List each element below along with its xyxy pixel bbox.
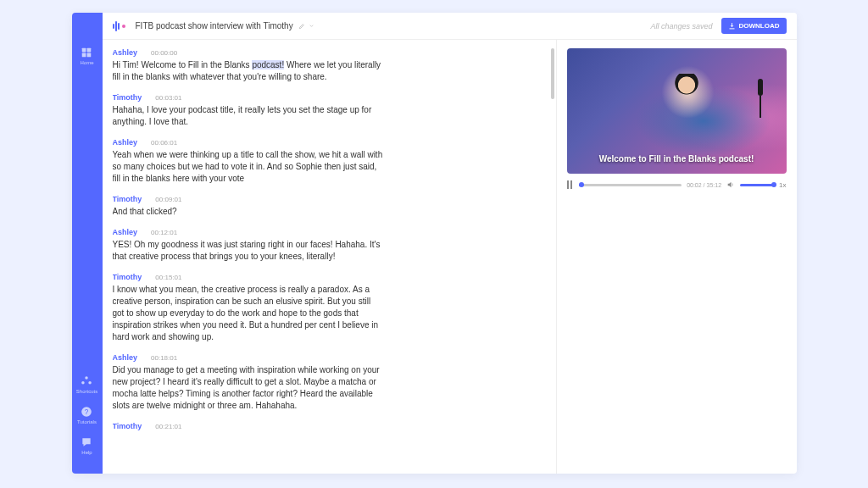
- speaker-name: Ashley: [113, 353, 138, 362]
- entry-text[interactable]: I know what you mean, the creative proce…: [113, 284, 384, 343]
- pause-button[interactable]: [567, 180, 574, 189]
- shortcuts-icon: [81, 375, 92, 387]
- app-logo: [113, 21, 125, 31]
- timestamp: 00:00:00: [151, 49, 177, 57]
- video-caption: Welcome to Fill in the Blanks podcast!: [567, 154, 787, 164]
- player-controls: 00:02 / 35:12 1x: [567, 180, 787, 189]
- timestamp: 00:15:01: [155, 274, 181, 281]
- transcript-entry[interactable]: Timothy00:21:01: [113, 422, 546, 430]
- svg-point-4: [86, 376, 89, 380]
- pencil-icon: [298, 23, 305, 30]
- video-preview[interactable]: Welcome to Fill in the Blanks podcast!: [567, 48, 787, 174]
- timecode: 00:02 / 35:12: [687, 182, 721, 188]
- entry-text[interactable]: YES! Oh my goodness it was just staring …: [113, 239, 384, 263]
- scrollbar[interactable]: [551, 48, 554, 99]
- svg-rect-3: [87, 53, 92, 58]
- volume-icon[interactable]: [726, 180, 735, 189]
- sidebar-item-home[interactable]: Home: [80, 47, 93, 65]
- app-window: Home Shortcuts ? Tutorials Help FITB: [72, 13, 797, 474]
- volume-slider[interactable]: [740, 184, 774, 186]
- video-panel: Welcome to Fill in the Blanks podcast! 0…: [557, 40, 797, 474]
- svg-rect-1: [87, 48, 92, 53]
- speed-button[interactable]: 1x: [779, 181, 786, 189]
- save-status: All changes saved: [650, 22, 712, 30]
- transcript-entry[interactable]: Ashley00:06:01Yeah when we were thinking…: [113, 138, 546, 185]
- edit-title-button[interactable]: [298, 23, 314, 30]
- transcript-panel: Ashley00:00:00Hi Tim! Welcome to Fill in…: [103, 40, 557, 474]
- entry-text[interactable]: Hi Tim! Welcome to Fill in the Blanks po…: [113, 59, 384, 83]
- transcript-entry[interactable]: Ashley00:18:01Did you manage to get a me…: [113, 353, 546, 412]
- timestamp: 00:12:01: [151, 229, 177, 236]
- sidebar-label: Tutorials: [77, 419, 97, 424]
- svg-point-5: [82, 381, 86, 385]
- help-icon: [81, 436, 92, 448]
- timestamp: 00:06:01: [151, 139, 177, 147]
- microphone-graphic: [756, 79, 765, 118]
- transcript-entry[interactable]: Timothy00:03:01Hahaha, I love your podca…: [113, 93, 546, 128]
- topbar: FITB podcast show interview with Timothy…: [103, 13, 797, 40]
- sidebar: Home Shortcuts ? Tutorials Help: [72, 13, 103, 474]
- timestamp: 00:18:01: [151, 354, 177, 362]
- sidebar-label: Home: [80, 60, 93, 65]
- home-icon: [81, 47, 92, 58]
- download-button[interactable]: DOWNLOAD: [721, 18, 787, 34]
- chevron-down-icon: [309, 23, 314, 29]
- transcript-entry[interactable]: Timothy00:15:01I know what you mean, the…: [113, 273, 546, 343]
- timestamp: 00:09:01: [155, 196, 181, 203]
- entry-text[interactable]: Did you manage to get a meeting with ins…: [113, 364, 384, 412]
- transcript-entry[interactable]: Ashley00:00:00Hi Tim! Welcome to Fill in…: [113, 48, 546, 83]
- svg-point-6: [89, 381, 92, 385]
- main-content: Ashley00:00:00Hi Tim! Welcome to Fill in…: [103, 40, 797, 474]
- speaker-name: Timothy: [113, 273, 142, 281]
- highlighted-text: podcast!: [252, 60, 284, 69]
- speaker-name: Timothy: [113, 93, 142, 102]
- seek-bar[interactable]: [579, 184, 682, 186]
- speaker-name: Ashley: [113, 138, 138, 147]
- speaker-name: Ashley: [113, 228, 138, 236]
- speaker-name: Ashley: [113, 48, 138, 57]
- transcript-entry[interactable]: Timothy00:09:01And that clicked?: [113, 195, 546, 218]
- timestamp: 00:21:01: [155, 423, 181, 430]
- sidebar-label: Help: [81, 450, 92, 455]
- sidebar-item-shortcuts[interactable]: Shortcuts: [76, 375, 97, 394]
- speaker-name: Timothy: [113, 195, 142, 203]
- download-icon: [728, 22, 736, 30]
- svg-rect-0: [82, 48, 86, 53]
- sidebar-item-tutorials[interactable]: ? Tutorials: [76, 406, 97, 424]
- sidebar-label: Shortcuts: [76, 389, 97, 394]
- entry-text[interactable]: And that clicked?: [113, 206, 384, 218]
- transcript-entry[interactable]: Ashley00:12:01YES! Oh my goodness it was…: [113, 228, 546, 263]
- timestamp: 00:03:01: [155, 94, 181, 102]
- sidebar-item-help[interactable]: Help: [76, 436, 97, 455]
- entry-text[interactable]: Yeah when we were thinking up a title to…: [113, 149, 384, 185]
- document-title: FITB podcast show interview with Timothy: [136, 21, 293, 30]
- entry-text[interactable]: Hahaha, I love your podcast title, it re…: [113, 104, 384, 128]
- speaker-name: Timothy: [113, 422, 142, 430]
- tutorials-icon: ?: [81, 406, 92, 418]
- svg-rect-2: [82, 53, 86, 58]
- svg-text:?: ?: [85, 408, 89, 416]
